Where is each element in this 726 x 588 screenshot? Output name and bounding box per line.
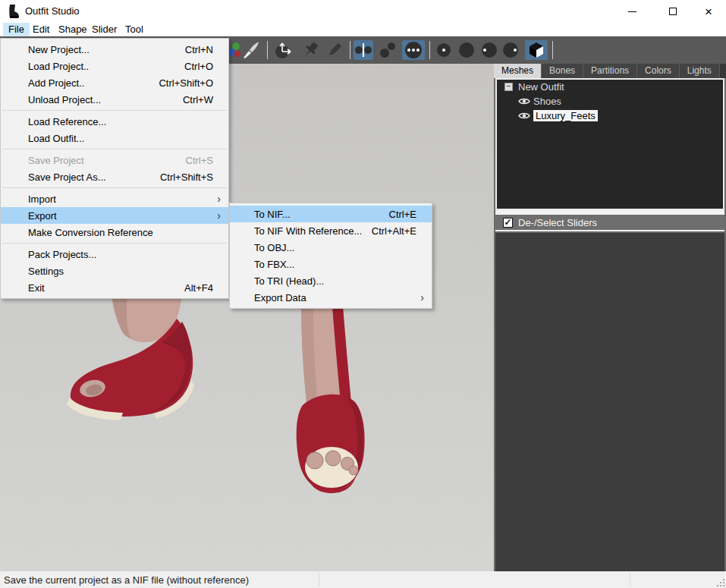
menu-item-label: Make Conversion Reference — [28, 227, 153, 238]
menu-item-load-outfit[interactable]: Load Outfit... — [1, 130, 228, 146]
menu-item-exit[interactable]: Exit Alt+F4 — [1, 279, 228, 296]
titlebar: Outfit Studio × — [0, 0, 726, 23]
menubar-item-tool[interactable]: Tool — [120, 23, 149, 36]
menubar-item-edit[interactable]: Edit — [27, 23, 55, 36]
slider-header-bar: ✓ De-/Select Sliders — [495, 215, 724, 231]
menu-item-shortcut: Alt+F4 — [184, 282, 213, 294]
x-mirror-icon — [354, 40, 373, 60]
menu-item-label: Settings — [28, 266, 64, 277]
three-dots-circle-icon — [403, 40, 424, 60]
menu-item-label: To NIF With Reference... — [254, 225, 362, 237]
connected-circles-icon — [378, 40, 398, 60]
perspective-toggle-button[interactable] — [525, 40, 548, 60]
statusbar: Save the current project as a NIF file (… — [0, 571, 726, 588]
file-menu: New Project... Ctrl+N Load Project.. Ctr… — [0, 38, 229, 299]
tree-item-label: New Outfit — [518, 81, 564, 93]
maximize-button[interactable] — [655, 0, 690, 23]
menu-item-label: Load Outfit... — [28, 133, 84, 144]
submenu-item-to-obj[interactable]: To OBJ... — [230, 239, 432, 256]
brush-falloff-right-button[interactable] — [501, 40, 520, 60]
brush-falloff-center-button[interactable] — [434, 40, 454, 60]
slider-header-label: De-/Select Sliders — [518, 217, 597, 228]
tab-bones[interactable]: Bones — [542, 64, 583, 78]
menu-item-label: Save Project — [28, 155, 84, 166]
close-icon: × — [705, 5, 712, 18]
menubar-item-slider[interactable]: Slider — [86, 23, 122, 36]
menu-separator — [2, 187, 227, 188]
menu-item-label: To TRI (Head)... — [254, 275, 324, 287]
menubar-item-file[interactable]: File — [3, 23, 30, 36]
pin-tool-button[interactable] — [300, 40, 320, 60]
menu-item-settings[interactable]: Settings — [1, 263, 228, 279]
menu-item-label: To NIF... — [254, 209, 291, 220]
pencil-tool-button[interactable] — [325, 40, 344, 60]
resize-grip[interactable] — [715, 577, 724, 586]
menu-item-import[interactable]: Import › — [1, 190, 228, 207]
menu-separator — [2, 149, 227, 149]
menu-item-save-project-as[interactable]: Save Project As... Ctrl+Shift+S — [1, 168, 228, 185]
visibility-eye-icon[interactable] — [518, 97, 530, 105]
brush-tool-button[interactable] — [241, 40, 261, 60]
tree-item-luxury-feets[interactable]: Luxury_Feets — [497, 108, 723, 123]
export-submenu: To NIF... Ctrl+E To NIF With Reference..… — [229, 203, 432, 309]
menu-item-label: Pack Projects... — [28, 249, 96, 260]
brush-falloff-full-button[interactable] — [457, 40, 476, 60]
circle-center-dot-icon — [434, 40, 454, 60]
brush-falloff-left-button[interactable] — [479, 40, 499, 60]
menu-item-label: Add Project.. — [28, 77, 84, 89]
submenu-item-to-fbx[interactable]: To FBX... — [230, 256, 432, 272]
status-separator — [630, 573, 630, 586]
menu-item-make-conversion-reference[interactable]: Make Conversion Reference — [1, 224, 228, 241]
toolbar-separator — [552, 41, 553, 59]
menu-item-label: Unload Project... — [28, 94, 101, 105]
menu-item-shortcut: Ctrl+Shift+O — [159, 77, 213, 89]
deselect-sliders-checkbox[interactable]: ✓ — [503, 218, 513, 228]
move-transform-icon — [273, 40, 293, 60]
submenu-item-to-tri-head[interactable]: To TRI (Head)... — [230, 272, 432, 289]
move-tool-button[interactable] — [273, 40, 293, 60]
menu-item-pack-projects[interactable]: Pack Projects... — [1, 246, 228, 263]
menu-item-unload-project[interactable]: Unload Project... Ctrl+W — [1, 91, 228, 108]
submenu-item-to-nif-with-reference[interactable]: To NIF With Reference... Ctrl+Alt+E — [230, 222, 432, 239]
tab-lights[interactable]: Lights — [680, 64, 720, 78]
tab-colors[interactable]: Colors — [637, 64, 680, 78]
right-panel: Meshes Bones Partitions Colors Lights − … — [494, 64, 726, 571]
menu-item-shortcut: Ctrl+E — [389, 209, 416, 220]
edit-connected-vertices-toggle-button[interactable] — [402, 40, 425, 60]
toolbar-separator — [429, 41, 430, 59]
menu-item-shortcut: Ctrl+Alt+E — [372, 225, 416, 237]
menu-separator — [2, 243, 227, 244]
menu-item-label: To FBX... — [254, 259, 294, 270]
x-mirror-toggle-button[interactable] — [354, 40, 373, 60]
menu-item-load-project[interactable]: Load Project.. Ctrl+O — [1, 58, 228, 74]
close-button[interactable]: × — [691, 0, 726, 23]
submenu-item-to-nif[interactable]: To NIF... Ctrl+E — [230, 206, 432, 222]
menu-item-label: Load Project.. — [28, 61, 89, 72]
tree-item-label: Shoes — [533, 96, 561, 107]
menu-item-add-project[interactable]: Add Project.. Ctrl+Shift+O — [1, 74, 228, 91]
check-icon: ✓ — [504, 218, 511, 227]
sliders-panel[interactable] — [495, 233, 724, 571]
menu-item-label: Exit — [28, 282, 45, 294]
tab-partitions[interactable]: Partitions — [583, 64, 637, 78]
menu-item-label: Save Project As... — [28, 171, 106, 183]
window-title: Outfit Studio — [25, 5, 80, 17]
menu-item-export[interactable]: Export › — [1, 207, 228, 224]
menu-item-load-reference[interactable]: Load Reference... — [1, 113, 228, 130]
status-text: Save the current project as a NIF file (… — [4, 574, 249, 586]
visibility-eye-icon[interactable] — [518, 112, 530, 120]
app-boot-icon — [7, 4, 20, 19]
collapse-icon[interactable]: − — [504, 83, 513, 91]
menu-item-label: Export — [28, 210, 57, 222]
tree-item-label-selected: Luxury_Feets — [533, 110, 598, 121]
tab-meshes[interactable]: Meshes — [494, 64, 542, 78]
submenu-item-export-data[interactable]: Export Data › — [230, 289, 432, 306]
filled-circle-icon — [457, 40, 476, 60]
minimize-button[interactable] — [614, 0, 649, 23]
minimize-icon — [628, 11, 636, 12]
tree-item-shoes[interactable]: Shoes — [497, 94, 723, 108]
tree-item-new-outfit[interactable]: − New Outfit — [497, 80, 723, 94]
connected-only-toggle-button[interactable] — [378, 40, 398, 60]
menu-item-label: Export Data — [254, 292, 306, 303]
menu-item-new-project[interactable]: New Project... Ctrl+N — [1, 41, 228, 58]
